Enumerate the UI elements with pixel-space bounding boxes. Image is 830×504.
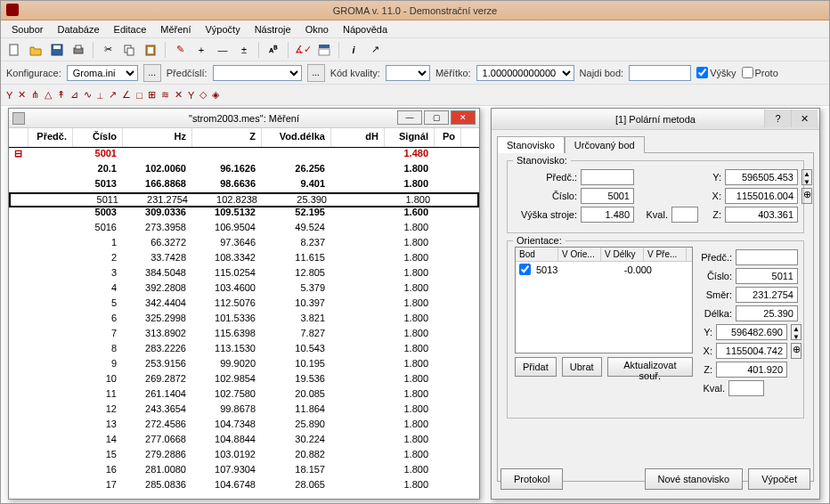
- plus-icon[interactable]: +: [191, 40, 211, 60]
- table-row[interactable]: 16281.0080107.930418.1571.800: [9, 464, 479, 479]
- menu-soubor[interactable]: Soubor: [4, 22, 50, 37]
- table-row[interactable]: 5016273.3958106.950449.5241.800: [9, 222, 479, 237]
- tab-stanovisko[interactable]: Stanovisko: [497, 136, 565, 153]
- kod-select[interactable]: [386, 65, 430, 81]
- menu-vypocty[interactable]: Výpočty: [199, 22, 248, 37]
- menu-napoveda[interactable]: Nápověda: [336, 22, 395, 37]
- tool-icon-6[interactable]: ⊿: [70, 89, 78, 101]
- proto-checkbox[interactable]: [742, 67, 753, 78]
- najdibod-input[interactable]: [629, 65, 691, 81]
- table-row[interactable]: 10269.2872102.985419.5361.800: [9, 373, 479, 388]
- table-row[interactable]: 13272.4586104.734825.8901.800: [9, 419, 479, 434]
- paste-icon[interactable]: [141, 40, 160, 60]
- table-row[interactable]: 14277.0668104.884430.2241.800: [9, 434, 479, 449]
- tool-icon-10[interactable]: ∠: [122, 89, 131, 101]
- target-icon[interactable]: ⊕: [802, 188, 812, 204]
- help-button[interactable]: ?: [764, 110, 791, 127]
- table-row[interactable]: ⊟50011.480: [9, 148, 479, 163]
- table-row[interactable]: 5011231.2754102.823825.3901.800: [9, 192, 479, 207]
- ot-col-vdelky[interactable]: V Délky: [601, 248, 644, 261]
- col-cislo[interactable]: Číslo: [73, 128, 123, 147]
- menu-nastroje[interactable]: Nástroje: [248, 22, 298, 37]
- print-icon[interactable]: [69, 40, 88, 60]
- arrow-up-right-icon[interactable]: ↗: [365, 40, 385, 60]
- tool-icon-3[interactable]: ⋔: [31, 89, 39, 101]
- tool-icon-8[interactable]: ⟂: [97, 90, 103, 101]
- table-row[interactable]: 8283.2226113.153010.5431.800: [9, 343, 479, 358]
- tab-urcovany-bod[interactable]: Určovaný bod: [565, 136, 645, 153]
- menu-okno[interactable]: Okno: [298, 22, 336, 37]
- tool-icon-4[interactable]: △: [45, 89, 52, 101]
- col-dh[interactable]: dH: [331, 128, 385, 147]
- ab-icon[interactable]: ᴀᴮ: [264, 40, 283, 60]
- updown-icon-2[interactable]: ▲▼: [791, 324, 802, 340]
- stanovisko-kval-input[interactable]: [671, 207, 698, 223]
- table-row[interactable]: 5342.4404112.507610.3971.800: [9, 297, 479, 313]
- col-predc[interactable]: Předč.: [28, 128, 73, 147]
- orientace-table[interactable]: Bod V Orie... V Délky V Pře... 5013 -0.0…: [515, 247, 693, 354]
- ot-col-vpre[interactable]: V Pře...: [644, 248, 687, 261]
- stanovisko-z-input[interactable]: [725, 207, 798, 223]
- table-row[interactable]: 20.1102.006096.162626.2561.800: [9, 163, 479, 178]
- tool-icon-14[interactable]: ✕: [175, 89, 183, 101]
- orientace-smer-input[interactable]: [736, 287, 798, 303]
- orientace-delka-input[interactable]: [736, 305, 798, 321]
- tool-icon-9[interactable]: ↗: [109, 89, 117, 101]
- meritko-select[interactable]: 1.000000000000: [476, 65, 574, 81]
- minimize-button[interactable]: —: [397, 110, 422, 125]
- stanovisko-x-input[interactable]: [725, 188, 798, 204]
- tool-icon-16[interactable]: ◇: [199, 89, 207, 101]
- orientace-x-input[interactable]: [716, 343, 787, 359]
- orientace-predc-input[interactable]: [736, 249, 798, 265]
- col-z[interactable]: Z: [192, 128, 262, 147]
- save-icon[interactable]: [47, 40, 67, 60]
- measurement-window-titlebar[interactable]: "strom2003.mes": Měření — ▢ ✕: [9, 109, 479, 128]
- tool-icon-11[interactable]: □: [136, 90, 142, 101]
- table-row[interactable]: 9253.915699.902010.1951.800: [9, 358, 479, 373]
- orientace-row[interactable]: 5013 -0.000: [516, 262, 692, 277]
- stanovisko-predc-input[interactable]: [581, 169, 634, 185]
- col-hz[interactable]: Hz: [123, 128, 192, 147]
- info-icon[interactable]: i: [344, 40, 363, 60]
- ot-col-bod[interactable]: Bod: [516, 248, 558, 261]
- new-file-icon[interactable]: [4, 40, 24, 60]
- table-row[interactable]: 7313.8902115.63987.8271.800: [9, 328, 479, 343]
- close-panel-button[interactable]: ✕: [791, 110, 818, 127]
- vypocet-button[interactable]: Výpočet: [748, 468, 810, 490]
- grid-body[interactable]: ⊟50011.48020.1102.006096.162626.2561.800…: [9, 148, 479, 499]
- tool-icon-12[interactable]: ⊞: [148, 89, 156, 101]
- table-row[interactable]: 6325.2998101.53363.8211.800: [9, 313, 479, 328]
- predcisli-browse-button[interactable]: ...: [307, 64, 325, 82]
- menu-editace[interactable]: Editace: [107, 22, 154, 37]
- table-row[interactable]: 17285.0836104.674828.0651.800: [9, 479, 479, 494]
- open-folder-icon[interactable]: [26, 40, 45, 60]
- copy-icon[interactable]: [119, 40, 139, 60]
- ubrat-button[interactable]: Ubrat: [562, 357, 602, 377]
- protokol-button[interactable]: Protokol: [500, 468, 563, 490]
- updown-icon[interactable]: ▲▼: [802, 169, 812, 185]
- target-icon-2[interactable]: ⊕: [791, 343, 802, 359]
- stanovisko-y-input[interactable]: [725, 169, 798, 185]
- tool-icon-1[interactable]: Y: [6, 90, 12, 101]
- konfigurace-browse-button[interactable]: ...: [143, 64, 161, 82]
- table-row[interactable]: 4392.2808103.46005.3791.800: [9, 282, 479, 297]
- dash-icon[interactable]: —: [213, 40, 232, 60]
- table-row[interactable]: 12243.365499.867811.8641.800: [9, 403, 479, 419]
- cut-icon[interactable]: ✂: [98, 40, 118, 60]
- polar-method-titlebar[interactable]: [1] Polární metoda ? ✕: [492, 109, 819, 130]
- menu-databaze[interactable]: Databáze: [50, 22, 106, 37]
- tool-icon-13[interactable]: ≋: [161, 89, 169, 101]
- table-row[interactable]: 5013166.886898.66369.4011.800: [9, 178, 479, 193]
- ot-col-vorie[interactable]: V Orie...: [558, 248, 601, 261]
- konfigurace-select[interactable]: Groma.ini: [67, 65, 138, 81]
- col-po[interactable]: Po: [435, 128, 461, 147]
- table-header-icon[interactable]: [314, 40, 334, 60]
- table-row[interactable]: 5003309.0336109.513252.1951.600: [9, 207, 479, 222]
- stanovisko-vyska-input[interactable]: [581, 207, 634, 223]
- tool-icon-15[interactable]: Y: [188, 90, 194, 101]
- menu-mereni[interactable]: Měření: [153, 22, 198, 37]
- plusminus-icon[interactable]: ±: [234, 40, 254, 60]
- pencil-icon[interactable]: ✎: [170, 40, 190, 60]
- tool-icon-5[interactable]: ↟: [57, 89, 65, 101]
- vysky-checkbox[interactable]: [696, 67, 708, 78]
